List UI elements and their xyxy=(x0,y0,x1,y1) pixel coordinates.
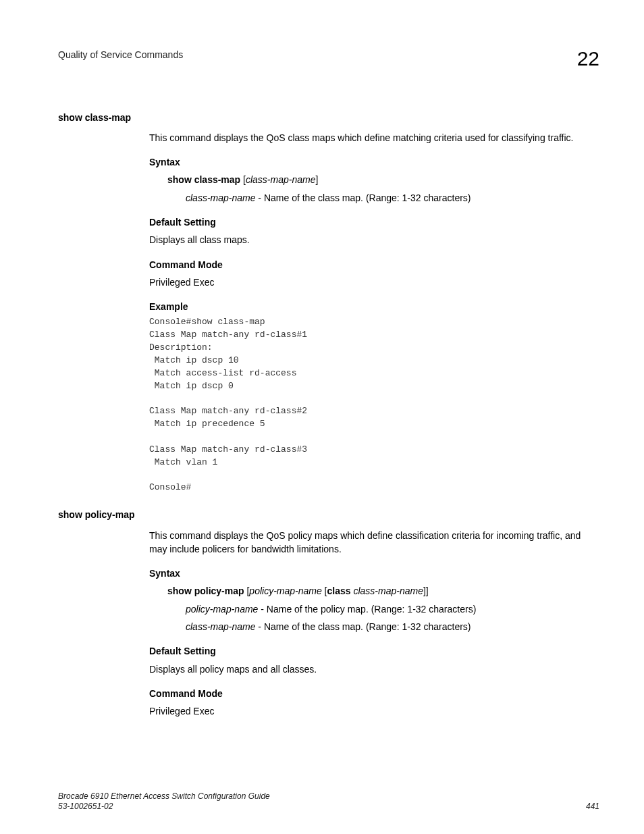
command-name-heading: show policy-map xyxy=(58,508,599,521)
footer-doc-number: 53-1002651-02 xyxy=(58,802,270,812)
syntax-line: show class-map [class-map-name] xyxy=(167,173,599,186)
intro-text: This command displays the QoS policy map… xyxy=(149,529,599,556)
command-name-heading: show class-map xyxy=(58,111,599,124)
command-mode-heading: Command Mode xyxy=(149,258,599,271)
syntax-heading: Syntax xyxy=(149,567,599,580)
default-setting-heading: Default Setting xyxy=(149,644,599,658)
content-block: This command displays the QoS class maps… xyxy=(149,131,599,494)
footer-page-number: 441 xyxy=(586,801,599,812)
syntax-bracket-close: ]] xyxy=(423,585,429,596)
running-header-title: Quality of Service Commands xyxy=(58,44,183,61)
param-desc: - Name of the class map. (Range: 1-32 ch… xyxy=(255,192,471,203)
syntax-line: show policy-map [policy-map-name [class … xyxy=(167,584,599,598)
syntax-bracket-open: [ xyxy=(240,174,246,185)
footer-guide-title: Brocade 6910 Ethernet Access Switch Conf… xyxy=(58,791,270,802)
syntax-param: class-map-name xyxy=(246,174,315,185)
syntax-command: show policy-map xyxy=(167,585,244,596)
example-heading: Example xyxy=(149,300,599,313)
param-name: class-map-name xyxy=(186,621,255,632)
section-show-class-map: show class-map This command displays the… xyxy=(58,111,599,495)
command-mode-heading: Command Mode xyxy=(149,687,599,700)
section-show-policy-map: show policy-map This command displays th… xyxy=(58,508,599,718)
param-name: class-map-name xyxy=(186,192,255,203)
syntax-command: show class-map xyxy=(167,174,240,185)
command-mode-text: Privileged Exec xyxy=(149,704,599,718)
syntax-keyword: class xyxy=(327,585,351,596)
syntax-param: class-map-name xyxy=(353,585,423,596)
content-block: This command displays the QoS policy map… xyxy=(149,529,599,719)
default-setting-text: Displays all policy maps and all classes… xyxy=(149,662,599,676)
command-mode-text: Privileged Exec xyxy=(149,276,599,289)
param-desc: - Name of the class map. (Range: 1-32 ch… xyxy=(255,621,471,632)
default-setting-heading: Default Setting xyxy=(149,215,599,229)
intro-text: This command displays the QoS class maps… xyxy=(149,131,599,145)
example-code: Console#show class-map Class Map match-a… xyxy=(149,316,599,494)
syntax-bracket-close: ] xyxy=(315,174,318,185)
syntax-param: policy-map-name xyxy=(249,585,321,596)
footer-left: Brocade 6910 Ethernet Access Switch Conf… xyxy=(58,791,270,812)
default-setting-text: Displays all class maps. xyxy=(149,233,599,246)
page-footer: Brocade 6910 Ethernet Access Switch Conf… xyxy=(58,791,599,812)
syntax-heading: Syntax xyxy=(149,155,599,169)
param-line: class-map-name - Name of the class map. … xyxy=(186,191,599,205)
running-header: Quality of Service Commands 22 xyxy=(58,44,599,74)
syntax-bracket: [ xyxy=(322,585,327,596)
chapter-number: 22 xyxy=(577,44,599,74)
param-desc: - Name of the policy map. (Range: 1-32 c… xyxy=(258,604,476,615)
param-name: policy-map-name xyxy=(186,604,258,615)
param-line: policy-map-name - Name of the policy map… xyxy=(186,602,599,616)
page-container: Quality of Service Commands 22 show clas… xyxy=(0,0,644,834)
param-line: class-map-name - Name of the class map. … xyxy=(186,620,599,633)
